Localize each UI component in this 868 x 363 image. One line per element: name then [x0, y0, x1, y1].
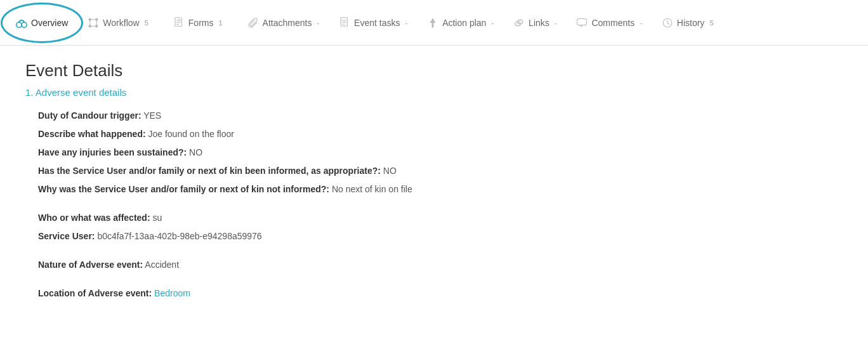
- field-describe-what-happened: Describe what happened: Joe found on the…: [38, 128, 843, 141]
- details-section: Duty of Candour trigger: YES Describe wh…: [25, 109, 843, 300]
- field-describe-label: Describe what happened:: [38, 129, 146, 139]
- spacer-3: [38, 277, 843, 287]
- tab-comments[interactable]: Comments -: [567, 0, 650, 45]
- spacer-1: [38, 201, 843, 211]
- tab-comments-label: Comments: [591, 18, 635, 28]
- tab-forms[interactable]: Forms 1: [164, 0, 237, 45]
- svg-point-5: [95, 18, 98, 21]
- tab-history[interactable]: History 5: [652, 0, 723, 45]
- svg-rect-16: [179, 17, 182, 20]
- links-icon: [513, 16, 525, 29]
- field-family-informed-value: NO: [383, 166, 397, 176]
- comments-icon: [575, 16, 588, 29]
- forms-icon: [173, 16, 185, 29]
- tab-links[interactable]: Links -: [504, 0, 565, 45]
- field-family-informed: Has the Service User and/or family or ne…: [38, 164, 843, 178]
- field-nature-label: Nature of Adverse event:: [38, 260, 143, 270]
- field-why-not-informed-label: Why was the Service User and/or family o…: [38, 184, 329, 194]
- tab-attachments-label: Attachments: [263, 18, 312, 28]
- field-duty-of-candour-label: Duty of Candour trigger:: [38, 110, 141, 121]
- field-location-label: Location of Adverse event:: [38, 288, 152, 298]
- tab-workflow[interactable]: Workflow 5: [78, 0, 162, 45]
- tab-attachments[interactable]: Attachments -: [238, 0, 329, 45]
- tab-overview[interactable]: Overview: [6, 16, 77, 29]
- tab-action-plan-label: Action plan: [442, 18, 486, 28]
- tab-history-badge: 5: [709, 19, 713, 27]
- svg-marker-23: [581, 25, 582, 27]
- field-injuries-label: Have any injuries been sustained?:: [38, 147, 187, 157]
- svg-point-0: [16, 22, 22, 27]
- svg-point-4: [89, 18, 92, 21]
- svg-marker-21: [430, 18, 436, 27]
- field-location-value[interactable]: Bedroom: [154, 288, 190, 298]
- main-content: Event Details 1. Adverse event details D…: [0, 46, 868, 320]
- tab-event-tasks-label: Event tasks: [354, 18, 400, 28]
- svg-rect-17: [341, 17, 348, 26]
- tab-comments-badge: -: [640, 19, 642, 27]
- field-duty-of-candour-value: YES: [143, 110, 161, 121]
- history-icon: [661, 16, 674, 29]
- field-family-informed-label: Has the Service User and/or family or ne…: [38, 166, 381, 176]
- binoculars-icon: [15, 16, 28, 29]
- field-describe-value: Joe found on the floor: [148, 129, 233, 139]
- action-plan-icon: [426, 16, 439, 29]
- field-who-affected-value: su: [152, 213, 162, 223]
- svg-point-7: [95, 25, 98, 28]
- tab-action-plan-badge: -: [491, 19, 494, 27]
- tab-attachments-badge: -: [317, 19, 319, 27]
- field-duty-of-candour: Duty of Candour trigger: YES: [38, 109, 843, 122]
- tab-bar: Overview Workflow 5: [0, 0, 868, 46]
- field-injuries: Have any injuries been sustained?: NO: [38, 146, 843, 159]
- tab-action-plan[interactable]: Action plan -: [418, 0, 503, 45]
- event-tasks-icon: [338, 16, 351, 29]
- field-service-user-value: b0c4fa7f-13aa-402b-98eb-e94298a59976: [97, 231, 261, 241]
- svg-rect-22: [577, 18, 587, 25]
- tab-overview-wrapper: Overview: [6, 16, 77, 29]
- field-service-user: Service User: b0c4fa7f-13aa-402b-98eb-e9…: [38, 230, 843, 243]
- tab-links-badge: -: [555, 19, 557, 27]
- spacer-2: [38, 248, 843, 258]
- tab-event-tasks[interactable]: Event tasks -: [329, 0, 416, 45]
- svg-point-1: [22, 22, 27, 27]
- section-title: 1. Adverse event details: [25, 87, 843, 98]
- workflow-icon: [87, 16, 100, 29]
- field-location-of-event: Location of Adverse event: Bedroom: [38, 287, 843, 300]
- tab-links-label: Links: [529, 18, 549, 28]
- tab-forms-badge: 1: [218, 19, 222, 27]
- field-nature-of-event: Nature of Adverse event: Accident: [38, 258, 843, 272]
- field-who-affected-label: Who or what was affected:: [38, 213, 150, 223]
- tab-history-label: History: [677, 18, 705, 28]
- field-service-user-label: Service User:: [38, 231, 95, 241]
- field-who-affected: Who or what was affected: su: [38, 211, 843, 225]
- attachments-icon: [247, 16, 260, 29]
- svg-point-6: [89, 25, 92, 28]
- tab-event-tasks-badge: -: [405, 19, 407, 27]
- page-title: Event Details: [25, 61, 843, 81]
- field-injuries-value: NO: [189, 147, 202, 157]
- tab-forms-label: Forms: [188, 18, 214, 28]
- tab-workflow-badge: 5: [145, 19, 148, 27]
- field-why-not-informed: Why was the Service User and/or family o…: [38, 183, 843, 196]
- field-nature-value: Accident: [145, 260, 179, 270]
- tab-workflow-label: Workflow: [103, 18, 139, 28]
- tab-overview-label: Overview: [31, 18, 68, 28]
- field-why-not-informed-value: No next of kin on file: [332, 184, 412, 194]
